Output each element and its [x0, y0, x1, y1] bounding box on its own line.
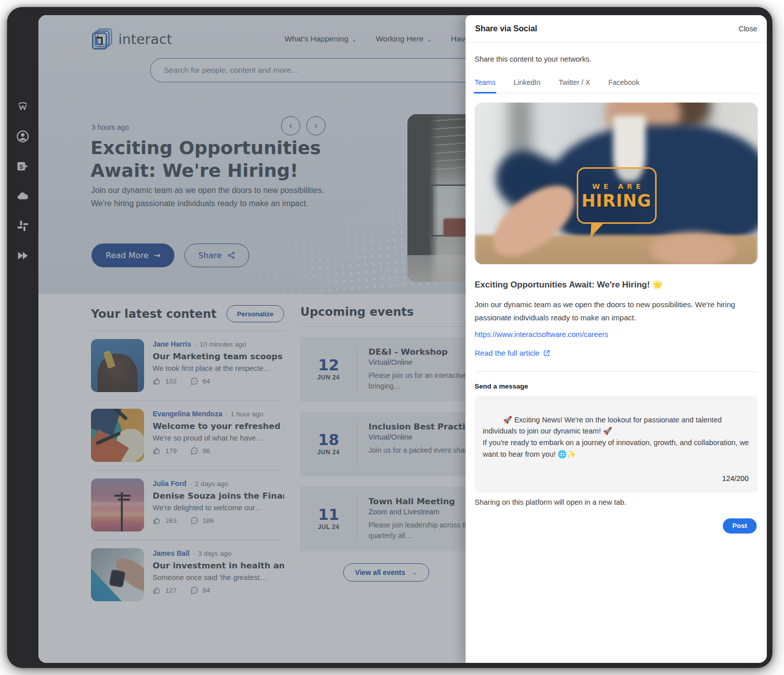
svg-text:S: S	[19, 163, 23, 170]
external-link-icon	[543, 349, 550, 357]
tab-linkedin[interactable]: LinkedIn	[514, 78, 540, 93]
divider	[475, 371, 758, 372]
share-via-social-panel: Share via Social Close Share this conten…	[466, 15, 767, 663]
share-network-tabs: Teams LinkedIn Twitter / X Facebook	[475, 78, 758, 93]
app-window-frame: S	[7, 7, 772, 668]
profile-icon[interactable]	[15, 129, 30, 144]
share-article-title: Exciting Opportunities Await: We're Hiri…	[475, 279, 758, 290]
read-full-article-link[interactable]: Read the full article	[475, 349, 550, 357]
article-url-link[interactable]: https://www.interactsoftware.com/careers	[475, 330, 758, 339]
character-counter: 124/200	[719, 473, 749, 485]
panel-title: Share via Social	[475, 24, 537, 33]
tab-facebook[interactable]: Facebook	[608, 78, 639, 93]
tab-teams[interactable]: Teams	[475, 78, 495, 93]
fast-forward-icon[interactable]	[15, 248, 30, 263]
message-text: 🚀 Exciting News! We're on the lookout fo…	[483, 416, 751, 459]
we-are-hiring-bubble: WE ARE HIRING	[577, 167, 657, 224]
send-message-label: Send a message	[475, 382, 758, 390]
new-tab-note: Sharing on this platform will open in a …	[475, 498, 758, 506]
message-textarea[interactable]: 🚀 Exciting News! We're on the lookout fo…	[475, 396, 758, 493]
share-preview-image: WE ARE HIRING	[475, 103, 758, 264]
panel-subtitle: Share this content to your networks.	[475, 55, 758, 63]
close-button[interactable]: Close	[739, 25, 757, 33]
workvivo-icon[interactable]	[15, 99, 30, 114]
browser-viewport: interact What's Happening ⌄ Working Here…	[38, 15, 767, 663]
panel-header: Share via Social Close	[466, 15, 767, 43]
post-button[interactable]: Post	[723, 518, 757, 534]
onedrive-icon[interactable]	[15, 188, 30, 204]
share-article-description: Join our dynamic team as we open the doo…	[475, 298, 754, 324]
sharepoint-icon[interactable]: S	[15, 159, 30, 174]
tab-twitter-x[interactable]: Twitter / X	[559, 78, 590, 93]
app-rail: S	[7, 7, 38, 668]
slack-icon[interactable]	[15, 218, 30, 233]
